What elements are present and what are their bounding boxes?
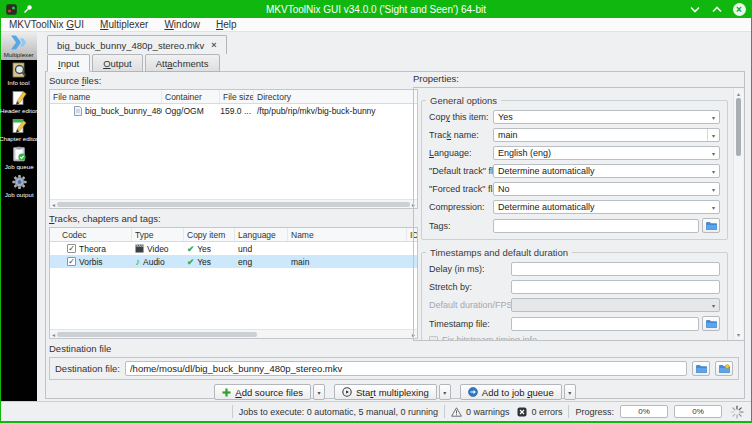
col-directory[interactable]: Directory	[254, 90, 417, 103]
job-output-icon	[11, 174, 28, 190]
close-icon: ×	[733, 3, 746, 16]
sidebar-item-label: Header editor	[0, 107, 37, 114]
track-row-theora[interactable]: ✓ Theora Video ✔	[50, 242, 417, 255]
add-to-job-queue-button[interactable]: Add to job queue	[460, 384, 562, 400]
track-language: und	[235, 242, 288, 255]
errors-count: 0 errors	[531, 407, 562, 417]
sidebar-item-chapter-editor[interactable]: Chapter editor	[1, 116, 37, 144]
fix-bitstream-checkbox	[429, 336, 438, 342]
left-column: Source files: File name Container File s…	[49, 75, 418, 339]
stretch-by-input[interactable]	[511, 280, 720, 294]
menu-window[interactable]: Window	[164, 19, 200, 30]
col-name[interactable]: Name	[288, 228, 407, 241]
col-codec[interactable]: Codec	[50, 228, 132, 241]
close-button[interactable]: ×	[732, 2, 746, 16]
default-duration-select: ▾	[511, 298, 720, 312]
source-file-name: big_buck_bunny_480p_...	[85, 106, 162, 116]
properties-scrollarea: General options Copy this item: Yes ▾	[413, 87, 745, 341]
tab-input[interactable]: Input	[47, 54, 90, 72]
sidebar-item-job-queue[interactable]: Job queue	[1, 144, 37, 172]
destination-browse-button[interactable]	[692, 361, 710, 376]
add-source-files-menu-button[interactable]: ▾	[313, 384, 325, 400]
minimize-button[interactable]	[688, 2, 702, 16]
copy-this-item-select[interactable]: Yes ▾	[493, 110, 720, 124]
language-select[interactable]: English (eng) ▾	[493, 146, 720, 160]
statusbar-separator	[568, 405, 569, 418]
track-codec: Theora	[79, 244, 106, 254]
sidebar-item-header-editor[interactable]: Header editor	[1, 88, 37, 116]
default-duration-label: Default duration/FPS:	[429, 300, 511, 310]
col-language[interactable]: Language	[235, 228, 288, 241]
sidebar-item-multiplexer[interactable]: Multiplexer	[1, 32, 37, 60]
chevron-down-icon: ▾	[707, 129, 715, 141]
track-row-vorbis[interactable]: ✓ Vorbis ♪ Audio ✔ Yes	[50, 255, 417, 268]
copy-this-item-label: Copy this item:	[429, 112, 493, 122]
scroll-handle[interactable]	[736, 98, 741, 156]
menu-multiplexer[interactable]: Multiplexer	[100, 19, 148, 30]
statusbar: Jobs to execute: 0 automatic, 5 manual, …	[1, 401, 751, 421]
scroll-left-icon[interactable]: ◂	[52, 331, 55, 338]
menu-mkvtoolnix-gui[interactable]: MKVToolNix GUI	[9, 19, 84, 30]
destination-new-folder-button[interactable]	[715, 361, 733, 376]
add-source-files-button[interactable]: Add source files	[214, 384, 311, 400]
col-copy-item[interactable]: Copy item	[184, 228, 235, 241]
scroll-down-icon[interactable]: ▾	[734, 331, 743, 338]
tags-browse-button[interactable]	[702, 218, 720, 233]
chevron-down-icon: ▾	[712, 114, 715, 121]
job-queue-add-icon	[468, 387, 478, 397]
timestamp-file-input[interactable]	[511, 317, 699, 331]
app-window: MKVToolNix GUI v34.0.0 ('Sight and Seen'…	[0, 0, 752, 423]
subtabs: Input Output Attachments	[45, 54, 745, 71]
folder-new-icon	[719, 364, 730, 373]
tab-big-buck-bunny[interactable]: big_buck_bunny_480p_stereo.mkv ×	[47, 35, 227, 54]
delay-input[interactable]	[511, 262, 720, 276]
track-name-combobox[interactable]: main ▾	[493, 128, 720, 142]
forced-track-flag-select[interactable]: No ▾	[493, 182, 720, 196]
source-file-row[interactable]: big_buck_bunny_480p_... Ogg/OGM 159.0 ..…	[50, 104, 417, 117]
group-title: General options	[426, 95, 501, 106]
track-language: eng	[235, 255, 288, 268]
track-checkbox[interactable]: ✓	[67, 244, 76, 253]
compression-select[interactable]: Determine automatically ▾	[493, 200, 720, 214]
button-label: Start multiplexing	[356, 387, 429, 398]
track-type: Audio	[143, 257, 165, 267]
scroll-handle[interactable]	[57, 332, 257, 337]
destination-file-input[interactable]	[125, 361, 687, 376]
menubar: MKVToolNix GUI Multiplexer Window Help	[1, 18, 751, 32]
start-multiplexing-button[interactable]: Start multiplexing	[334, 384, 437, 400]
col-file-name[interactable]: File name	[50, 90, 162, 103]
add-to-job-queue-menu-button[interactable]: ▾	[564, 384, 576, 400]
forced-track-flag-label: "Forced track" flag:	[429, 184, 493, 194]
scroll-up-icon[interactable]: ▴	[734, 90, 743, 97]
tab-close-icon[interactable]: ×	[211, 40, 216, 50]
job-queue-icon	[10, 146, 28, 162]
sidebar-item-info-tool[interactable]: Info tool	[1, 60, 37, 88]
tab-output[interactable]: Output	[92, 54, 143, 72]
combo-value: main	[498, 130, 518, 140]
maximize-button[interactable]	[710, 2, 724, 16]
sidebar-item-job-output[interactable]: Job output	[1, 172, 37, 200]
tags-input[interactable]	[493, 219, 699, 233]
col-container[interactable]: Container	[162, 90, 220, 103]
scroll-left-icon[interactable]: ◂	[52, 201, 55, 208]
pin-icon[interactable]	[23, 4, 33, 14]
default-track-flag-select[interactable]: Determine automatically ▾	[493, 164, 720, 178]
video-icon	[135, 244, 144, 253]
tab-attachments[interactable]: Attachments	[145, 54, 220, 72]
timestamp-file-label: Timestamp file:	[429, 319, 511, 329]
multiplexer-icon	[9, 35, 29, 50]
document-tabbar: big_buck_bunny_480p_stereo.mkv ×	[37, 32, 751, 54]
properties-vscrollbar[interactable]: ▴ ▾	[733, 89, 743, 339]
menu-help[interactable]: Help	[216, 19, 237, 30]
track-checkbox[interactable]: ✓	[67, 257, 76, 266]
sidebar-item-label: Chapter editor	[0, 135, 39, 142]
source-files-hscrollbar[interactable]: ◂ ▸	[50, 199, 417, 208]
start-multiplexing-menu-button[interactable]: ▾	[439, 384, 451, 400]
scroll-handle[interactable]	[57, 202, 410, 207]
window-controls: ×	[626, 2, 746, 16]
timestamp-file-browse-button[interactable]	[702, 316, 720, 331]
col-file-size[interactable]: File size	[220, 90, 254, 103]
col-type[interactable]: Type	[132, 228, 184, 241]
header-editor-icon	[10, 90, 28, 106]
tracks-hscrollbar[interactable]: ◂ ▸	[50, 329, 417, 338]
